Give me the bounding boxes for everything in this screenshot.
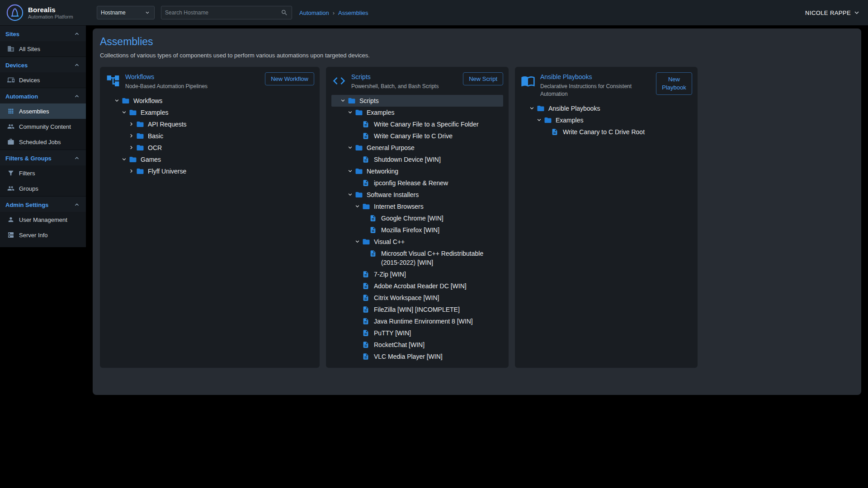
tree-file-vlc-media-player-win[interactable]: VLC Media Player [WIN] — [331, 351, 503, 362]
folder-icon — [129, 155, 137, 164]
chevron-down-icon[interactable] — [354, 238, 361, 245]
tree-folder-networking[interactable]: Networking — [331, 165, 503, 177]
sidebar-section-automation[interactable]: Automation — [0, 88, 86, 103]
tree-folder-examples[interactable]: Examples — [331, 107, 503, 118]
tree-folder-workflows[interactable]: Workflows — [105, 95, 314, 107]
chevron-up-icon[interactable] — [73, 201, 80, 208]
tree-file-putty-win[interactable]: PuTTY [WIN] — [331, 327, 503, 339]
folder-icon — [122, 97, 130, 105]
workflow-icon — [106, 74, 120, 88]
tree-folder-ansible-playbooks[interactable]: Ansible Playbooks — [520, 103, 692, 114]
sidebar-item-devices[interactable]: Devices — [0, 72, 86, 88]
workflows-card-title[interactable]: Workflows — [125, 73, 260, 80]
tree-file-java-runtime-environment-8-win[interactable]: Java Runtime Environment 8 [WIN] — [331, 315, 503, 327]
tree-file-write-canary-to-c-drive-root[interactable]: Write Canary to C Drive Root — [520, 126, 692, 138]
breadcrumb-link-automation[interactable]: Automation — [299, 9, 329, 16]
tree-icon-box — [136, 131, 148, 141]
playbooks-card-title[interactable]: Ansible Playbooks — [540, 73, 651, 80]
tree-file-7-zip-win[interactable]: 7-Zip [WIN] — [331, 268, 503, 280]
sidebar-item-filters[interactable]: Filters — [0, 165, 86, 181]
playbooks-card-subtitle: Declarative Instructions for Consistent … — [540, 83, 651, 98]
tree-folder-scripts[interactable]: Scripts — [331, 95, 503, 107]
tree-indent — [340, 305, 354, 305]
search-icon[interactable] — [281, 9, 288, 16]
file-icon — [369, 250, 377, 257]
hostname-select[interactable]: Hostname — [97, 6, 155, 19]
user-menu[interactable]: NICOLE RAPPE — [805, 9, 861, 17]
scripts-card-title[interactable]: Scripts — [351, 73, 458, 80]
chevron-down-icon[interactable] — [347, 109, 354, 116]
sidebar-item-label: User Management — [19, 216, 67, 223]
tree-label: Write Canary to C Drive Root — [563, 127, 645, 136]
tree-folder-ocr[interactable]: OCR — [105, 142, 314, 154]
hostname-search-input[interactable] — [165, 9, 281, 16]
tree-label: Examples — [367, 108, 394, 117]
chevron-down-icon[interactable] — [121, 156, 127, 163]
tree-file-write-canary-file-to-a-specific-folder[interactable]: Write Canary File to a Specific Folder — [331, 118, 503, 130]
tree-folder-api-requests[interactable]: API Requests — [105, 118, 314, 130]
tree-label: PuTTY [WIN] — [374, 328, 411, 338]
chevron-up-icon[interactable] — [73, 30, 80, 38]
tree-file-write-canary-file-to-c-drive[interactable]: Write Canary File to C Drive — [331, 130, 503, 142]
sidebar-item-groups[interactable]: Groups — [0, 181, 86, 196]
tree-file-shutdown-device-win[interactable]: Shutdown Device [WIN] — [331, 154, 503, 165]
chevron-right-icon[interactable] — [128, 121, 135, 127]
tree-file-filezilla-win-incomplete[interactable]: FileZilla [WIN] [INCOMPLETE] — [331, 304, 503, 315]
sidebar-item-user-management[interactable]: User Management — [0, 212, 86, 227]
breadcrumb-link-assemblies[interactable]: Assemblies — [338, 9, 368, 16]
new-workflow-button[interactable]: New Workflow — [265, 72, 314, 85]
sidebar-item-assemblies[interactable]: Assemblies — [0, 103, 86, 119]
sidebar-section-devices[interactable]: Devices — [0, 56, 86, 72]
tree-folder-general-purpose[interactable]: General Purpose — [331, 142, 503, 154]
tree-label: General Purpose — [367, 143, 415, 152]
chevron-down-icon[interactable] — [528, 105, 535, 112]
tree-folder-visual-c[interactable]: Visual C++ — [331, 236, 503, 248]
tree-folder-software-installers[interactable]: Software Installers — [331, 189, 503, 201]
code-icon — [332, 74, 346, 88]
tree-icon-box — [129, 155, 141, 164]
chevron-down-icon[interactable] — [536, 117, 542, 123]
sidebar-item-all-sites[interactable]: All Sites — [0, 41, 86, 56]
sidebar-item-community-content[interactable]: Community Content — [0, 119, 86, 134]
tree-folder-flyff-universe[interactable]: Flyff Universe — [105, 165, 314, 177]
chevron-down-icon[interactable] — [354, 203, 361, 210]
chevron-up-icon[interactable] — [73, 93, 80, 100]
tree-label: Flyff Universe — [148, 167, 186, 176]
tree-icon-box — [362, 202, 374, 211]
chevron-down-icon[interactable] — [347, 144, 354, 151]
tree-folder-basic[interactable]: Basic — [105, 130, 314, 142]
new-script-button[interactable]: New Script — [463, 72, 503, 85]
new-playbook-button[interactable]: New Playbook — [656, 72, 692, 95]
tree-folder-examples[interactable]: Examples — [105, 107, 314, 118]
tree-folder-games[interactable]: Games — [105, 154, 314, 165]
tree-file-ipconfig-release-renew[interactable]: ipconfig Release & Renew — [331, 177, 503, 189]
sidebar-section-filters-groups[interactable]: Filters & Groups — [0, 150, 86, 165]
chevron-down-icon[interactable] — [340, 97, 346, 104]
tree-file-citrix-workspace-win[interactable]: Citrix Workspace [WIN] — [331, 292, 503, 304]
folder-icon — [129, 108, 137, 117]
chevron-right-icon[interactable] — [128, 144, 135, 151]
chevron-right-icon[interactable] — [128, 168, 135, 174]
tree-file-microsoft-visual-c-redistributable-2015-2022-win[interactable]: Microsoft Visual C++ Redistributable (20… — [331, 248, 503, 268]
tree-file-google-chrome-win[interactable]: Google Chrome [WIN] — [331, 212, 503, 224]
chevron-down-icon[interactable] — [121, 109, 127, 116]
chevron-up-icon[interactable] — [73, 155, 80, 162]
file-icon — [362, 282, 369, 290]
tree-indent — [113, 143, 128, 144]
sidebar-item-server-info[interactable]: Server Info — [0, 227, 86, 243]
sidebar-item-scheduled-jobs[interactable]: Scheduled Jobs — [0, 134, 86, 150]
tree-folder-internet-browsers[interactable]: Internet Browsers — [331, 201, 503, 212]
tree-file-rocketchat-win[interactable]: RocketChat [WIN] — [331, 339, 503, 351]
chevron-down-icon[interactable] — [347, 191, 354, 198]
chevron-down-icon[interactable] — [347, 168, 354, 174]
chevron-right-icon[interactable] — [128, 132, 135, 139]
sidebar-section-sites[interactable]: Sites — [0, 25, 86, 41]
tree-indent — [340, 270, 354, 270]
tree-file-mozilla-firefox-win[interactable]: Mozilla Firefox [WIN] — [331, 224, 503, 236]
chevron-up-icon[interactable] — [73, 61, 80, 69]
tree-label: Examples — [556, 116, 583, 125]
tree-file-adobe-acrobat-reader-dc-win[interactable]: Adobe Acrobat Reader DC [WIN] — [331, 280, 503, 292]
sidebar-section-admin-settings[interactable]: Admin Settings — [0, 196, 86, 212]
tree-folder-examples[interactable]: Examples — [520, 114, 692, 126]
chevron-down-icon[interactable] — [113, 97, 120, 104]
